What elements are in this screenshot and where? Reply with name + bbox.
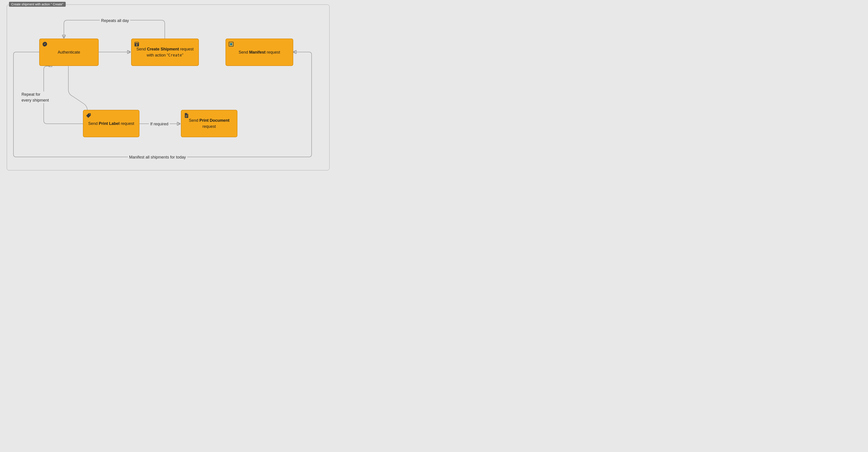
- t1: Send: [88, 121, 99, 126]
- l1: Repeat for: [22, 92, 40, 97]
- t6: ”: [182, 53, 183, 57]
- node-authenticate-label: Authenticate: [40, 49, 98, 55]
- t2: Print Label: [99, 121, 120, 126]
- node-print-document: Send Print Document request: [181, 110, 238, 137]
- edge-label-repeat-every-shipment: Repeat for every shipment: [20, 91, 50, 103]
- diagram-canvas: Create shipment with action " Create": [0, 0, 336, 175]
- t3: request: [120, 121, 134, 126]
- t1: Send: [239, 50, 249, 55]
- t5: Create: [168, 53, 182, 57]
- node-print-label: Send Print Label request: [83, 110, 140, 137]
- t2: Manifest: [249, 50, 266, 55]
- node-manifest-label: Send Manifest request: [226, 49, 293, 55]
- tag-icon: [86, 113, 91, 118]
- node-create-shipment: Send Create Shipment request with action…: [131, 38, 199, 66]
- t1: Send: [136, 47, 147, 51]
- t3: request: [266, 50, 280, 55]
- edge-label-if-required: If required: [149, 121, 170, 127]
- check-badge-icon: [42, 41, 48, 47]
- edge-label-manifest-today: Manifest all shipments for today: [128, 154, 187, 160]
- manifest-icon: [228, 41, 234, 47]
- diagram-frame: [7, 4, 330, 171]
- frame-title: Create shipment with action " Create": [9, 2, 66, 7]
- l2: every shipment: [22, 98, 49, 102]
- text: Authenticate: [58, 50, 80, 55]
- t2: Print Document: [199, 118, 229, 123]
- node-print-document-label: Send Print Document request: [181, 118, 237, 129]
- t1: Send: [189, 118, 199, 123]
- t3: request: [179, 47, 194, 51]
- node-print-label-label: Send Print Label request: [83, 121, 139, 127]
- t4: with action “: [147, 53, 168, 57]
- node-create-shipment-label: Send Create Shipment request with action…: [132, 46, 198, 58]
- t2: Create Shipment: [147, 47, 179, 51]
- node-authenticate: Authenticate: [39, 38, 99, 66]
- t4: request: [203, 124, 216, 129]
- svg-point-2: [89, 114, 90, 115]
- node-manifest: Send Manifest request: [225, 38, 293, 66]
- edge-label-repeats-all-day: Repeats all day: [100, 18, 130, 24]
